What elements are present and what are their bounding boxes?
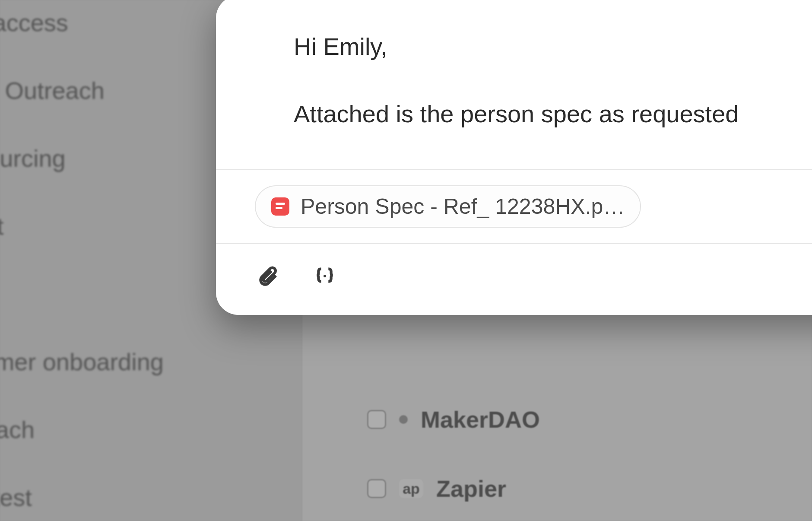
sidebar-item[interactable]: y access xyxy=(0,9,164,37)
list-row[interactable]: ap Zapier xyxy=(367,475,506,502)
attachment-chip[interactable]: Person Spec - Ref_ 12238HX.p… xyxy=(255,185,641,228)
list-item-label: Zapier xyxy=(436,475,506,502)
svg-point-0 xyxy=(324,275,326,277)
sidebar-item[interactable]: y test xyxy=(0,483,164,511)
sidebar-item[interactable]: s xyxy=(0,280,164,308)
document-icon xyxy=(271,197,289,216)
sidebar-item[interactable]: sourcing xyxy=(0,144,164,172)
sidebar-item[interactable]: ss Outreach xyxy=(0,76,164,105)
list-item-label: MakerDAO xyxy=(421,406,540,433)
insert-variable-button[interactable] xyxy=(312,263,338,289)
sidebar-item[interactable]: reach xyxy=(0,416,164,444)
compose-body-line: Attached is the person spec as requested xyxy=(294,98,812,130)
paperclip-icon xyxy=(257,265,279,287)
attachments-row: Person Spec - Ref_ 12238HX.p… xyxy=(216,170,812,243)
company-logo-icon: ap xyxy=(399,479,423,498)
compose-toolbar xyxy=(216,243,812,315)
checkbox[interactable] xyxy=(367,479,386,498)
compose-panel: Hi Emily, Attached is the person spec as… xyxy=(216,0,812,315)
sidebar-items: y access ss Outreach sourcing list s tom… xyxy=(0,9,164,511)
compose-body[interactable]: Hi Emily, Attached is the person spec as… xyxy=(216,0,812,169)
company-logo-dot-icon xyxy=(399,415,408,424)
attach-button[interactable] xyxy=(255,263,281,289)
list-row[interactable]: MakerDAO xyxy=(367,406,540,433)
sidebar-item[interactable]: tomer onboarding xyxy=(0,348,164,376)
braces-icon xyxy=(314,265,336,287)
checkbox[interactable] xyxy=(367,410,386,429)
attachment-filename: Person Spec - Ref_ 12238HX.p… xyxy=(301,194,625,219)
compose-greeting: Hi Emily, xyxy=(294,30,812,63)
sidebar-item[interactable]: list xyxy=(0,212,164,240)
